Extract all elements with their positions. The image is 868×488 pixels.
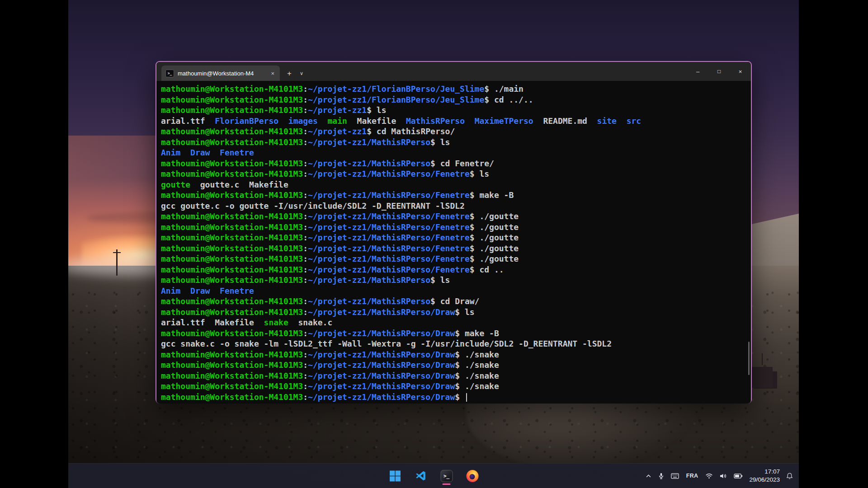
- terminal-line: mathoumin@Workstation-M4101M3:~/projet-z…: [161, 232, 746, 243]
- terminal-text-segment: mathoumin@Workstation-M4101M3: [161, 392, 303, 402]
- terminal-text-segment: $ ./goutte: [470, 254, 519, 263]
- new-tab-button[interactable]: +: [287, 70, 292, 77]
- terminal-text-segment: [318, 116, 328, 126]
- terminal-line: mathoumin@Workstation-M4101M3:~/projet-z…: [161, 126, 746, 137]
- terminal-text-segment: [210, 286, 220, 296]
- terminal-text-segment: $ ./goutte: [470, 222, 519, 232]
- terminal-text-segment: mathoumin@Workstation-M4101M3: [161, 222, 303, 232]
- terminal-text-segment: $ ./snake: [455, 371, 499, 380]
- touch-keyboard-button[interactable]: [670, 472, 680, 480]
- terminal-scrollbar[interactable]: [748, 342, 750, 375]
- terminal-text-segment: ~/projet-zz1/MathisRPerso/Draw: [308, 392, 455, 402]
- terminal-text-segment: $ ls: [367, 105, 386, 115]
- terminal-tab[interactable]: >_ mathoumin@Workstation-M4 ×: [161, 66, 280, 81]
- terminal-text-segment: ~/projet-zz1/MathisRPerso/Fenetre: [308, 190, 470, 200]
- terminal-text-segment: mathoumin@Workstation-M4101M3: [161, 95, 303, 104]
- microphone-tray-button[interactable]: [657, 471, 665, 481]
- terminal-text-segment: $ cd Fenetre/: [430, 159, 494, 168]
- terminal-text-segment: :: [303, 328, 308, 338]
- taskbar-clock[interactable]: 17:07 29/06/2023: [748, 468, 781, 483]
- terminal-text-segment: mathoumin@Workstation-M4101M3: [161, 127, 303, 136]
- terminal-text-segment: mathoumin@Workstation-M4101M3: [161, 275, 303, 285]
- tab-dropdown-icon[interactable]: ∨: [300, 71, 303, 76]
- terminal-line: mathoumin@Workstation-M4101M3:~/projet-z…: [161, 392, 746, 403]
- microphone-icon: [658, 473, 664, 479]
- terminal-text-segment: ~/projet-zz1/MathisRPerso/Draw: [308, 371, 455, 380]
- terminal-line: mathoumin@Workstation-M4101M3:~/projet-z…: [161, 296, 746, 307]
- terminal-text-segment: mathoumin@Workstation-M4101M3: [161, 296, 303, 306]
- maximize-button[interactable]: □: [708, 62, 730, 81]
- terminal-text-segment: [278, 116, 288, 126]
- battery-button[interactable]: [732, 472, 744, 480]
- notification-center-button[interactable]: [785, 471, 794, 481]
- terminal-text-segment: $ make -B: [455, 328, 499, 338]
- vscode-button[interactable]: [410, 466, 431, 486]
- minimize-button[interactable]: –: [687, 62, 708, 81]
- terminal-text-segment: $ ./snake: [455, 350, 499, 359]
- terminal-text-segment: :: [303, 296, 308, 306]
- terminal-output[interactable]: mathoumin@Workstation-M4101M3:~/projet-z…: [156, 81, 751, 404]
- terminal-text-segment: src: [627, 116, 642, 126]
- desktop[interactable]: >_ mathoumin@Workstation-M4 × + ∨ – □ × …: [68, 0, 799, 488]
- terminal-text-segment: mathoumin@Workstation-M4101M3: [161, 350, 303, 359]
- terminal-text-segment: ~/projet-zz1/MathisRPerso: [308, 159, 430, 168]
- terminal-text-segment: $ ./goutte: [470, 211, 519, 221]
- terminal-text-segment: $ cd Draw/: [430, 296, 479, 306]
- terminal-text-segment: $ ls: [455, 307, 474, 317]
- terminal-line: mathoumin@Workstation-M4101M3:~/projet-z…: [161, 243, 746, 254]
- terminal-text-segment: mathoumin@Workstation-M4101M3: [161, 159, 303, 168]
- terminal-text-segment: :: [303, 222, 308, 232]
- terminal-text-segment: mathoumin@Workstation-M4101M3: [161, 169, 303, 178]
- terminal-text-segment: ~/projet-zz1/FlorianBPerso/Jeu_Slime: [308, 95, 484, 104]
- terminal-text-segment: mathoumin@Workstation-M4101M3: [161, 233, 303, 242]
- terminal-text-segment: :: [303, 190, 308, 200]
- terminal-app-button[interactable]: >_: [436, 466, 457, 486]
- terminal-text-segment: goutte.c Makefile: [190, 180, 288, 189]
- terminal-text-segment: mathoumin@Workstation-M4101M3: [161, 265, 303, 274]
- terminal-text-segment: $ cd ..: [470, 265, 504, 274]
- terminal-text-segment: :: [303, 381, 308, 391]
- terminal-text-segment: $ ls: [470, 169, 489, 178]
- terminal-text-segment: [465, 116, 475, 126]
- hidden-icons-button[interactable]: [644, 473, 653, 479]
- terminal-text-segment: ~/projet-zz1/MathisRPerso: [308, 296, 430, 306]
- terminal-app-icon: >_: [440, 470, 453, 482]
- terminal-text-segment: mathoumin@Workstation-M4101M3: [161, 328, 303, 338]
- terminal-text-segment: ~/projet-zz1/MathisRPerso/Fenetre: [308, 265, 470, 274]
- terminal-text-segment: mathoumin@Workstation-M4101M3: [161, 84, 303, 94]
- tab-close-icon[interactable]: ×: [269, 70, 276, 77]
- vscode-icon: [415, 470, 427, 482]
- battery-icon: [734, 473, 743, 479]
- terminal-text-segment: snake: [264, 318, 288, 327]
- terminal-text-segment: ~/projet-zz1/MathisRPerso/Fenetre: [308, 211, 470, 221]
- start-button[interactable]: [385, 466, 406, 486]
- terminal-text-segment: :: [303, 307, 308, 317]
- speaker-icon: [720, 473, 727, 479]
- volume-button[interactable]: [718, 472, 728, 480]
- terminal-text-segment: Fenetre: [220, 286, 254, 296]
- terminal-text-segment: $ ./goutte: [470, 244, 519, 253]
- terminal-text-segment: [210, 148, 220, 157]
- terminal-text-segment: mathoumin@Workstation-M4101M3: [161, 105, 303, 115]
- terminal-text-segment: :: [303, 137, 308, 147]
- terminal-line: gcc goutte.c -o goutte -I/usr/include/SD…: [161, 201, 746, 211]
- terminal-text-segment: mathoumin@Workstation-M4101M3: [161, 190, 303, 200]
- terminal-text-segment: ~/projet-zz1/MathisRPerso/Fenetre: [308, 254, 470, 263]
- language-indicator[interactable]: FRA: [684, 471, 700, 480]
- terminal-line: mathoumin@Workstation-M4101M3:~/projet-z…: [161, 169, 746, 179]
- terminal-text-segment: :: [303, 105, 308, 115]
- terminal-line: mathoumin@Workstation-M4101M3:~/projet-z…: [161, 360, 746, 371]
- firefox-button[interactable]: [462, 466, 483, 486]
- network-button[interactable]: [704, 472, 714, 480]
- terminal-text-segment: ~/projet-zz1: [308, 105, 367, 115]
- terminal-text-segment: images: [288, 116, 318, 126]
- system-tray: FRA: [644, 464, 794, 488]
- terminal-text-segment: :: [303, 244, 308, 253]
- terminal-line: mathoumin@Workstation-M4101M3:~/projet-z…: [161, 371, 746, 381]
- close-button[interactable]: ×: [730, 62, 751, 81]
- terminal-titlebar[interactable]: >_ mathoumin@Workstation-M4 × + ∨ – □ ×: [156, 62, 751, 81]
- terminal-text-segment: Anim: [161, 286, 180, 296]
- window-controls: – □ ×: [687, 62, 751, 81]
- terminal-tab-title: mathoumin@Workstation-M4: [178, 70, 266, 77]
- terminal-tab-icon: >_: [165, 70, 174, 77]
